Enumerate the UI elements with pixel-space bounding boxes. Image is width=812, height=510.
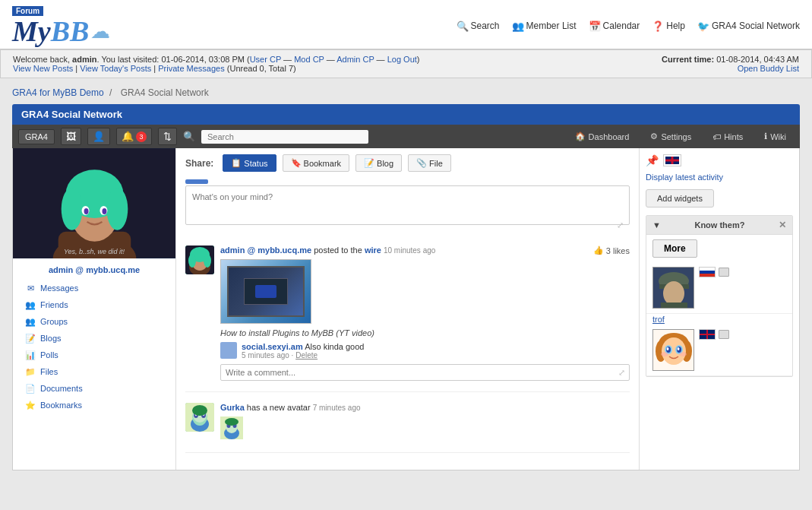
toolbar-search-input[interactable] xyxy=(201,130,368,144)
friends-icon: 👥 xyxy=(25,299,36,310)
bookmark-tab[interactable]: 🔖 Bookmark xyxy=(283,154,350,172)
member-list-icon: 👥 xyxy=(512,21,524,32)
logo-cloud-icon: ☁ xyxy=(90,20,110,43)
breadcrumb-current: GRA4 Social Network xyxy=(121,87,209,98)
sidebar-item-groups[interactable]: 👥 Groups xyxy=(13,313,175,330)
dashboard-button[interactable]: 🏠 Dashboard xyxy=(567,129,637,144)
blog-tab[interactable]: 📝 Blog xyxy=(355,154,402,172)
comment-item: social.sexyi.am Also kinda good 5 minute… xyxy=(220,342,630,360)
action-icon-1[interactable] xyxy=(719,268,729,277)
social-network-nav-item[interactable]: 🐦 GRA4 Social Network xyxy=(697,21,800,32)
profile-username: admin @ mybb.ucq.me xyxy=(13,258,175,280)
add-widgets-button[interactable]: Add widgets xyxy=(646,189,714,207)
profile-username-link[interactable]: admin @ mybb.ucq.me xyxy=(49,265,140,274)
admin-cp-link[interactable]: Admin CP xyxy=(336,55,374,64)
sidebar-item-documents[interactable]: 📄 Documents xyxy=(13,380,175,397)
close-know-them-icon[interactable]: ✕ xyxy=(779,220,786,230)
post-meta: 👍 3 likes admin @ mybb.ucq.me posted to … xyxy=(220,245,630,255)
people-icon: 👤 xyxy=(93,131,105,142)
comment-input[interactable] xyxy=(220,364,630,381)
post2-author-link[interactable]: Gurka xyxy=(220,403,245,412)
activity-button[interactable]: ⇅ xyxy=(158,128,177,145)
logo-area: Forum MyBB ☁ xyxy=(12,6,110,46)
settings-button[interactable]: ⚙ Settings xyxy=(643,129,699,144)
welcome-right: Current time: 01-08-2014, 04:43 AM Open … xyxy=(662,55,799,73)
logo-text: MyBB xyxy=(12,17,89,46)
hints-button[interactable]: 🏷 Hints xyxy=(705,130,750,144)
main-area: Yes, b..sh, we did it! admin @ mybb.ucq.… xyxy=(12,148,800,470)
file-tab[interactable]: 📎 File xyxy=(408,154,451,172)
profile-image-button[interactable]: 🖼 xyxy=(61,128,81,145)
profile-image-placeholder: Yes, b..sh, we did it! xyxy=(13,148,175,258)
log-out-link[interactable]: Log Out xyxy=(387,55,417,64)
post-author-link[interactable]: admin @ mybb.ucq.me xyxy=(220,245,311,255)
welcome-username: admin xyxy=(72,55,96,64)
comment-input-row: ⤢ xyxy=(220,364,630,381)
status-tab[interactable]: 📋 Status xyxy=(223,154,276,172)
user2-avatar xyxy=(652,329,694,371)
profile-caption: Yes, b..sh, we did it! xyxy=(13,248,175,255)
wire-link[interactable]: wire xyxy=(365,245,381,255)
flag-ru-container xyxy=(699,267,729,277)
post-image-screen xyxy=(227,266,305,317)
sidebar-item-friends[interactable]: 👥 Friends xyxy=(13,296,175,313)
gra4-button[interactable]: GRA4 xyxy=(18,129,55,144)
bookmark-icon: 🔖 xyxy=(291,158,302,168)
svg-point-7 xyxy=(106,188,128,230)
profile-icon: 🖼 xyxy=(66,131,76,142)
svg-point-17 xyxy=(204,254,211,268)
new-avatar-preview xyxy=(220,417,630,442)
breadcrumb-home-link[interactable]: GRA4 for MyBB Demo xyxy=(12,87,104,98)
sidebar-item-blogs[interactable]: 📝 Blogs xyxy=(13,330,175,347)
view-new-posts-link[interactable]: View New Posts xyxy=(13,64,73,73)
bell-icon: 🔔 xyxy=(122,131,134,142)
toolbar: GRA4 🖼 👤 🔔 3 ⇅ 🔍 🏠 Dashboard ⚙ Settings … xyxy=(12,125,800,148)
file-icon: 📎 xyxy=(416,158,427,168)
post-item-2: Gurka has a new avatar 7 minutes ago xyxy=(185,403,630,453)
social-section: GRA4 Social Network GRA4 🖼 👤 🔔 3 ⇅ 🔍 🏠 D… xyxy=(12,104,800,470)
header: Forum MyBB ☁ 🔍 Search 👥 Member List 📅 Ca… xyxy=(0,0,812,49)
trof-username-link[interactable]: trof xyxy=(652,315,665,324)
member-list-nav-item[interactable]: 👥 Member List xyxy=(512,21,577,32)
private-messages-link[interactable]: Private Messages xyxy=(158,64,224,73)
help-nav-item[interactable]: ❓ Help xyxy=(652,21,685,32)
svg-point-49 xyxy=(661,352,668,356)
post-author-avatar xyxy=(185,245,214,274)
sidebar-item-files[interactable]: 📁 Files xyxy=(13,363,175,380)
user-card-2 xyxy=(646,325,792,376)
dashboard-icon: 🏠 xyxy=(575,131,586,141)
post-caption: How to install Plugins to MyBB (YT video… xyxy=(220,328,630,337)
delete-comment-link[interactable]: Delete xyxy=(295,351,318,360)
svg-point-6 xyxy=(62,188,83,230)
notifications-button[interactable]: 🔔 3 xyxy=(116,128,152,145)
user-cp-link[interactable]: User CP xyxy=(250,55,281,64)
open-buddy-list-link[interactable]: Open Buddy List xyxy=(738,64,799,73)
flag-uk-small-icon xyxy=(699,329,716,340)
latest-activity-link[interactable]: Display latest activity xyxy=(646,173,793,182)
view-today-posts-link[interactable]: View Today's Posts xyxy=(80,64,151,73)
wiki-button[interactable]: ℹ Wiki xyxy=(757,129,794,144)
sidebar-item-bookmarks[interactable]: ⭐ Bookmarks xyxy=(13,397,175,413)
people-button[interactable]: 👤 xyxy=(87,128,110,145)
comment-body: social.sexyi.am Also kinda good 5 minute… xyxy=(242,342,364,360)
mod-cp-link[interactable]: Mod CP xyxy=(294,55,324,64)
thumbs-up-icon: 👍 xyxy=(593,245,604,255)
calendar-icon: 📅 xyxy=(589,21,601,32)
search-nav-item[interactable]: 🔍 Search xyxy=(457,21,500,32)
post-image-inner xyxy=(221,260,311,323)
sidebar-item-messages[interactable]: ✉ Messages xyxy=(13,280,175,296)
calendar-nav-item[interactable]: 📅 Calendar xyxy=(589,21,640,32)
trof-username-container: trof xyxy=(646,314,792,325)
post-item: 👍 3 likes admin @ mybb.ucq.me posted to … xyxy=(185,245,630,392)
comment-author-link[interactable]: social.sexyi.am xyxy=(242,342,303,351)
status-expand-icon: ⤢ xyxy=(617,220,624,230)
svg-point-48 xyxy=(678,347,680,350)
help-icon: ❓ xyxy=(652,21,664,32)
status-input[interactable] xyxy=(185,185,630,225)
know-them-section: ▼ Know them? ✕ More xyxy=(646,215,793,377)
welcome-bar: Welcome back, admin. You last visited: 0… xyxy=(0,49,812,78)
profile-image: Yes, b..sh, we did it! xyxy=(13,148,175,258)
action-icon-2[interactable] xyxy=(719,330,729,339)
sidebar-item-polls[interactable]: 📊 Polls xyxy=(13,347,175,363)
more-button[interactable]: More xyxy=(652,239,697,258)
